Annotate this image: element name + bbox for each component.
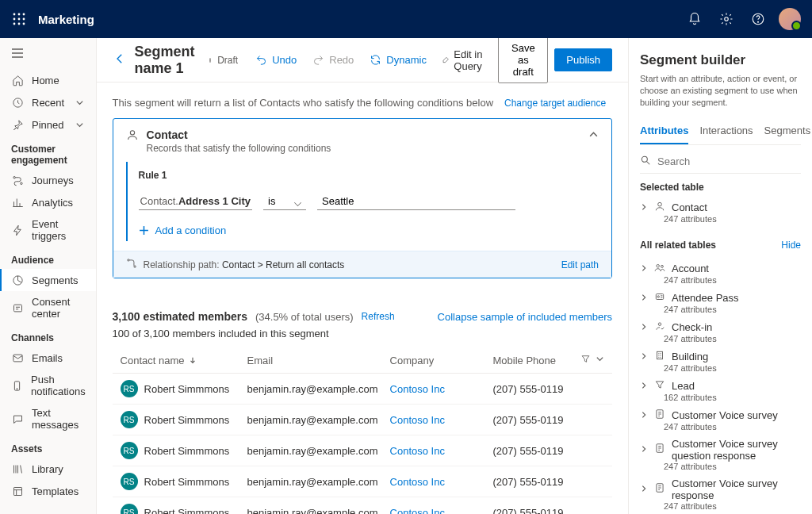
- dynamic-button[interactable]: Dynamic: [365, 49, 431, 71]
- tab-attributes[interactable]: Attributes: [640, 120, 688, 144]
- tree-building[interactable]: Building: [640, 350, 801, 363]
- search-icon: [640, 155, 651, 168]
- panel-title: Segment builder: [640, 52, 801, 68]
- cell-company[interactable]: Contoso Inc: [390, 383, 493, 395]
- rule-operator[interactable]: is: [263, 193, 306, 210]
- collapse-sample-link[interactable]: Collapse sample of included members: [438, 311, 612, 323]
- back-button[interactable]: [113, 52, 127, 69]
- email-icon: [11, 351, 24, 364]
- nav-segments[interactable]: Segments: [0, 269, 96, 291]
- change-audience-link[interactable]: Change target audience: [504, 98, 606, 109]
- table-row[interactable]: RSRobert Simmmons benjamin.ray@example.c…: [113, 374, 612, 405]
- segment-group: Contact Records that satisfy the followi…: [113, 118, 612, 278]
- cell-name: Robert Simmmons: [144, 476, 230, 488]
- nav-templates[interactable]: Templates: [0, 480, 96, 502]
- cell-company[interactable]: Contoso Inc: [390, 414, 493, 426]
- svg-point-1: [18, 13, 21, 16]
- nav-push[interactable]: Push notifications: [0, 369, 96, 402]
- pass-icon: [654, 291, 665, 305]
- svg-point-3: [13, 18, 16, 21]
- svg-point-24: [130, 131, 134, 135]
- table-row[interactable]: RSRobert Simmmons benjamin.ray@example.c…: [113, 466, 612, 497]
- nav-recent[interactable]: Recent: [0, 91, 96, 113]
- survey-icon: [654, 443, 665, 456]
- nav-library[interactable]: Library: [0, 458, 96, 480]
- home-icon: [11, 74, 24, 86]
- rule-value[interactable]: [317, 193, 515, 210]
- status-dot: [209, 58, 212, 63]
- publish-button[interactable]: Publish: [554, 48, 612, 71]
- tab-segments[interactable]: Segments: [764, 120, 811, 144]
- survey-icon: [654, 409, 665, 422]
- svg-point-33: [661, 265, 663, 267]
- cell-company[interactable]: Contoso Inc: [390, 445, 493, 457]
- nav-sms[interactable]: Text messages: [0, 402, 96, 435]
- cell-name: Robert Simmmons: [144, 445, 230, 457]
- cell-email: benjamin.ray@example.com: [247, 383, 390, 395]
- undo-button[interactable]: Undo: [251, 49, 301, 71]
- avatar[interactable]: [779, 8, 801, 30]
- collapse-group-button[interactable]: [588, 128, 599, 143]
- nav-event-triggers[interactable]: Event triggers: [0, 213, 96, 247]
- cell-email: benjamin.ray@example.com: [247, 507, 390, 515]
- notifications-icon[interactable]: [679, 3, 710, 35]
- rule-attribute[interactable]: Contact.Address 1 City: [139, 192, 252, 210]
- app-launcher-icon[interactable]: [6, 6, 32, 32]
- tree-customer voice survey response[interactable]: Customer Voice survey response: [640, 478, 801, 501]
- building-icon: [654, 350, 665, 363]
- cell-company[interactable]: Contoso Inc: [390, 476, 493, 488]
- nav-home[interactable]: Home: [0, 69, 96, 91]
- app-name: Marketing: [38, 13, 94, 26]
- cell-email: benjamin.ray@example.com: [247, 414, 390, 426]
- attribute-search-input[interactable]: [657, 155, 801, 167]
- chevron-down-icon[interactable]: [596, 354, 604, 366]
- col-phone[interactable]: Mobile Phone: [493, 355, 580, 366]
- settings-icon[interactable]: [710, 3, 742, 35]
- table-row[interactable]: RSRobert Simmmons benjamin.ray@example.c…: [113, 405, 612, 435]
- tree-customer voice survey[interactable]: Customer Voice survey: [640, 409, 801, 422]
- cell-company[interactable]: Contoso Inc: [390, 507, 493, 515]
- svg-rect-37: [657, 351, 663, 359]
- nav-journeys[interactable]: Journeys: [0, 169, 96, 191]
- tab-interactions[interactable]: Interactions: [699, 120, 753, 144]
- cell-phone: (207) 555-0119: [493, 445, 580, 457]
- sms-icon: [11, 412, 24, 425]
- tree-customer voice survey question response[interactable]: Customer Voice survey question response: [640, 438, 801, 462]
- group-title: Contact: [147, 128, 331, 141]
- tree-attendee pass[interactable]: Attendee Pass: [640, 291, 801, 305]
- nav-pinned[interactable]: Pinned: [0, 113, 96, 136]
- table-row[interactable]: RSRobert Simmmons benjamin.ray@example.c…: [113, 435, 612, 466]
- nav-section-assets: Assets: [0, 435, 96, 458]
- col-contact-name[interactable]: Contact name: [121, 355, 247, 366]
- col-company[interactable]: Company: [390, 355, 493, 366]
- save-draft-button[interactable]: Save as draft: [498, 38, 548, 83]
- hide-related-link[interactable]: Hide: [781, 240, 801, 251]
- tree-lead[interactable]: Lead: [640, 379, 801, 393]
- nav-collapse-button[interactable]: [0, 43, 96, 69]
- filter-icon[interactable]: [580, 354, 591, 366]
- checkin-icon: [654, 320, 665, 334]
- nav-emails[interactable]: Emails: [0, 347, 96, 369]
- edit-path-link[interactable]: Edit path: [561, 259, 599, 270]
- refresh-link[interactable]: Refresh: [362, 311, 395, 322]
- avatar-initials: RS: [121, 504, 138, 514]
- tree-contact[interactable]: Contact: [640, 201, 801, 214]
- svg-point-6: [13, 23, 16, 25]
- tree-check-in[interactable]: Check-in: [640, 320, 801, 334]
- help-text: This segment will return a list of Conta…: [113, 97, 494, 109]
- col-email[interactable]: Email: [247, 355, 390, 366]
- help-icon[interactable]: [742, 3, 774, 35]
- edit-query-button[interactable]: Edit in Query: [438, 44, 492, 77]
- add-condition-button[interactable]: Add a condition: [139, 224, 599, 236]
- svg-point-29: [642, 156, 647, 162]
- segment-builder-panel: Segment builder Start with an attribute,…: [628, 38, 812, 514]
- nav-consent-center[interactable]: Consent center: [0, 291, 96, 324]
- nav-section-audience: Audience: [0, 247, 96, 269]
- tree-account[interactable]: Account: [640, 262, 801, 275]
- svg-rect-20: [13, 355, 21, 362]
- nav-analytics[interactable]: Analytics: [0, 191, 96, 213]
- svg-point-0: [13, 13, 16, 16]
- svg-point-4: [18, 18, 21, 21]
- cell-email: benjamin.ray@example.com: [247, 476, 390, 488]
- table-row[interactable]: RSRobert Simmmons benjamin.ray@example.c…: [113, 497, 612, 514]
